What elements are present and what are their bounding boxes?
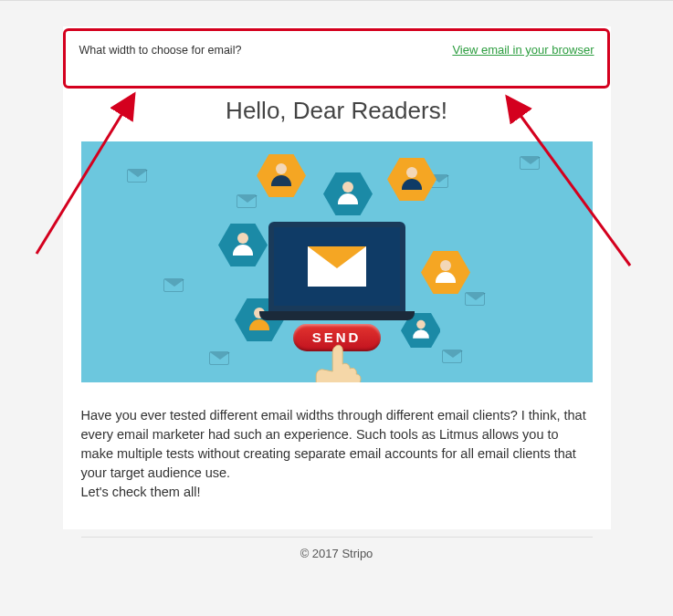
envelope-icon <box>163 278 184 292</box>
envelope-icon <box>308 246 366 287</box>
person-hexagon-icon <box>257 154 306 197</box>
envelope-icon <box>209 351 229 365</box>
envelope-icon <box>442 350 462 363</box>
person-hexagon-icon <box>218 224 268 266</box>
person-hexagon-icon <box>421 251 470 294</box>
envelope-icon <box>127 169 147 183</box>
person-hexagon-icon <box>387 158 436 201</box>
person-hexagon-icon <box>323 172 373 215</box>
envelope-icon <box>465 292 485 306</box>
body-text: Have you ever tested different email wid… <box>63 395 611 529</box>
hero-illustration: SEND <box>81 141 593 382</box>
footer-text: © 2017 Stripo <box>0 538 673 569</box>
body-cta: Let's check them all! <box>81 485 201 499</box>
email-title: Hello, Dear Readers! <box>63 73 611 141</box>
view-in-browser-link[interactable]: View email in your browser <box>452 43 594 57</box>
email-container: What width to choose for email? View ema… <box>63 26 611 529</box>
preheader-subject: What width to choose for email? <box>79 44 242 57</box>
pointing-hand-icon <box>309 344 373 382</box>
envelope-icon <box>237 194 257 208</box>
preheader-row: What width to choose for email? View ema… <box>63 26 611 73</box>
laptop-icon <box>268 222 405 320</box>
envelope-icon <box>520 156 540 170</box>
body-paragraph: Have you ever tested different email wid… <box>81 408 586 480</box>
